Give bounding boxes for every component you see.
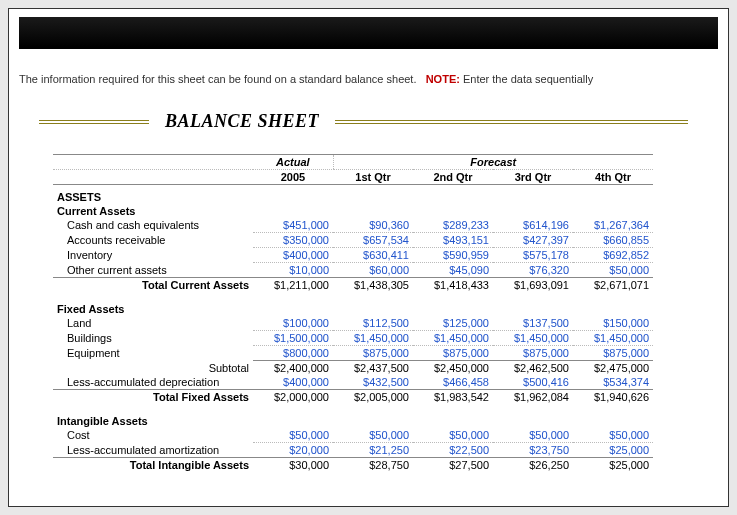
fixed-assets-label: Fixed Assets — [53, 302, 653, 316]
cell-subtotal: $2,475,000 — [573, 361, 653, 376]
cell-total: $2,000,000 — [253, 390, 333, 405]
table-row: Cash and cash equivalents $451,000 $90,3… — [53, 218, 653, 233]
cell-value[interactable]: $60,000 — [333, 263, 413, 278]
cell-value[interactable]: $45,090 — [413, 263, 493, 278]
info-line: The information required for this sheet … — [19, 73, 718, 85]
cell-value[interactable]: $875,000 — [333, 346, 413, 361]
cell-value[interactable]: $112,500 — [333, 316, 413, 331]
total-label: Total Fixed Assets — [53, 390, 253, 405]
cell-value[interactable]: $137,500 — [493, 316, 573, 331]
cell-value[interactable]: $493,151 — [413, 233, 493, 248]
table-row: Accounts receivable $350,000 $657,534 $4… — [53, 233, 653, 248]
cell-subtotal: $2,400,000 — [253, 361, 333, 376]
total-current-assets: Total Current Assets $1,211,000 $1,438,3… — [53, 278, 653, 293]
cell-value[interactable]: $1,450,000 — [493, 331, 573, 346]
cell-total: $1,418,433 — [413, 278, 493, 293]
cell-value[interactable]: $427,397 — [493, 233, 573, 248]
cell-value[interactable]: $76,320 — [493, 263, 573, 278]
cell-value[interactable]: $1,450,000 — [573, 331, 653, 346]
section-assets: ASSETS — [53, 185, 653, 205]
cell-value[interactable]: $20,000 — [253, 443, 333, 458]
cell-value[interactable]: $25,000 — [573, 443, 653, 458]
cell-total: $1,983,542 — [413, 390, 493, 405]
cell-value[interactable]: $400,000 — [253, 248, 333, 263]
header-forecast: Forecast — [333, 155, 653, 170]
note-text: Enter the data sequentially — [463, 73, 593, 85]
info-prefix: The information required for this sheet … — [19, 73, 416, 85]
table-row: Cost $50,000 $50,000 $50,000 $50,000 $50… — [53, 428, 653, 443]
cell-value[interactable]: $614,196 — [493, 218, 573, 233]
cell-value[interactable]: $466,458 — [413, 375, 493, 390]
cell-value[interactable]: $350,000 — [253, 233, 333, 248]
document-frame: The information required for this sheet … — [8, 8, 729, 507]
title-rule-right — [335, 120, 688, 124]
cell-value[interactable]: $875,000 — [493, 346, 573, 361]
cell-value[interactable]: $875,000 — [413, 346, 493, 361]
cell-value[interactable]: $50,000 — [253, 428, 333, 443]
cell-value[interactable]: $1,500,000 — [253, 331, 333, 346]
row-label: Land — [53, 316, 253, 331]
cell-total: $25,000 — [573, 458, 653, 473]
cell-value[interactable]: $50,000 — [413, 428, 493, 443]
header-year: 2005 — [253, 170, 333, 185]
cell-value[interactable]: $50,000 — [493, 428, 573, 443]
assets-table: Actual Forecast 2005 1st Qtr 2nd Qtr 3rd… — [53, 154, 653, 472]
total-label: Total Current Assets — [53, 278, 253, 293]
note-label: NOTE: — [426, 73, 460, 85]
less-depreciation: Less-accumulated depreciation $400,000 $… — [53, 375, 653, 390]
table-row: Land $100,000 $112,500 $125,000 $137,500… — [53, 316, 653, 331]
total-label: Total Intangible Assets — [53, 458, 253, 473]
section-assets-label: ASSETS — [53, 185, 653, 205]
cell-total: $2,005,000 — [333, 390, 413, 405]
table-row: Other current assets $10,000 $60,000 $45… — [53, 263, 653, 278]
row-label: Less-accumulated amortization — [53, 443, 253, 458]
cell-value[interactable]: $432,500 — [333, 375, 413, 390]
cell-value[interactable]: $1,450,000 — [413, 331, 493, 346]
cell-value[interactable]: $289,233 — [413, 218, 493, 233]
header-q3: 3rd Qtr — [493, 170, 573, 185]
cell-value[interactable]: $875,000 — [573, 346, 653, 361]
cell-value[interactable]: $1,450,000 — [333, 331, 413, 346]
cell-value[interactable]: $660,855 — [573, 233, 653, 248]
cell-value[interactable]: $400,000 — [253, 375, 333, 390]
cell-value[interactable]: $590,959 — [413, 248, 493, 263]
row-label: Buildings — [53, 331, 253, 346]
header-q1: 1st Qtr — [333, 170, 413, 185]
cell-value[interactable]: $23,750 — [493, 443, 573, 458]
total-intangible-assets: Total Intangible Assets $30,000 $28,750 … — [53, 458, 653, 473]
cell-value[interactable]: $50,000 — [333, 428, 413, 443]
cell-value[interactable]: $125,000 — [413, 316, 493, 331]
cell-value[interactable]: $575,178 — [493, 248, 573, 263]
cell-total: $1,211,000 — [253, 278, 333, 293]
cell-value[interactable]: $657,534 — [333, 233, 413, 248]
cell-value[interactable]: $692,852 — [573, 248, 653, 263]
table-row: Equipment $800,000 $875,000 $875,000 $87… — [53, 346, 653, 361]
subtotal-label: Subtotal — [53, 361, 253, 376]
cell-value[interactable]: $534,374 — [573, 375, 653, 390]
cell-value[interactable]: $451,000 — [253, 218, 333, 233]
cell-value[interactable]: $22,500 — [413, 443, 493, 458]
section-current-assets: Current Assets — [53, 204, 653, 218]
cell-total: $26,250 — [493, 458, 573, 473]
cell-subtotal: $2,462,500 — [493, 361, 573, 376]
row-label: Other current assets — [53, 263, 253, 278]
cell-value[interactable]: $21,250 — [333, 443, 413, 458]
table-row: Inventory $400,000 $630,411 $590,959 $57… — [53, 248, 653, 263]
header-q4: 4th Qtr — [573, 170, 653, 185]
cell-value[interactable]: $150,000 — [573, 316, 653, 331]
cell-value[interactable]: $800,000 — [253, 346, 333, 361]
row-label: Cost — [53, 428, 253, 443]
total-fixed-assets: Total Fixed Assets $2,000,000 $2,005,000… — [53, 390, 653, 405]
cell-value[interactable]: $100,000 — [253, 316, 333, 331]
cell-value[interactable]: $10,000 — [253, 263, 333, 278]
section-intangible-assets: Intangible Assets — [53, 414, 653, 428]
cell-value[interactable]: $500,416 — [493, 375, 573, 390]
top-bar — [19, 17, 718, 49]
cell-total: $1,438,305 — [333, 278, 413, 293]
cell-value[interactable]: $90,360 — [333, 218, 413, 233]
cell-value[interactable]: $50,000 — [573, 263, 653, 278]
cell-value[interactable]: $50,000 — [573, 428, 653, 443]
cell-value[interactable]: $1,267,364 — [573, 218, 653, 233]
cell-total: $1,940,626 — [573, 390, 653, 405]
cell-value[interactable]: $630,411 — [333, 248, 413, 263]
